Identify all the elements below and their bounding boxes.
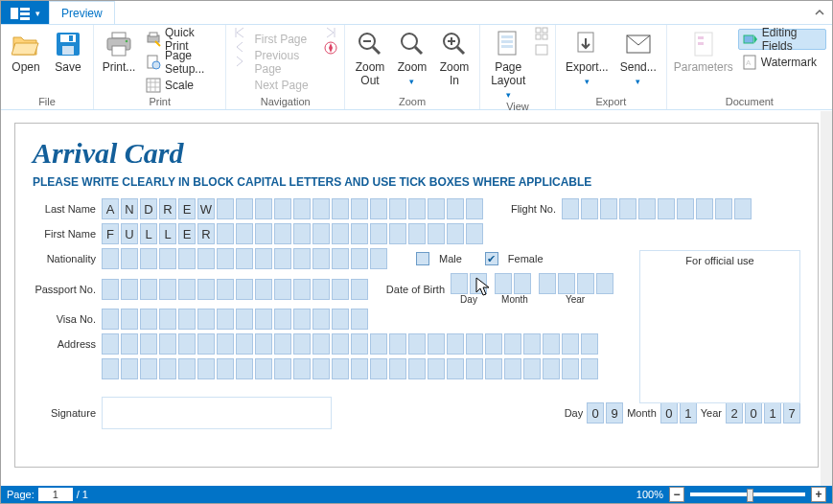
char-cell[interactable] — [159, 333, 176, 355]
char-cell[interactable] — [159, 279, 176, 300]
char-cell[interactable] — [351, 279, 368, 300]
char-cell[interactable] — [389, 358, 406, 379]
char-cell[interactable] — [140, 248, 157, 269]
char-cell[interactable] — [255, 309, 272, 330]
char-cell[interactable] — [351, 358, 368, 379]
char-cell[interactable]: L — [140, 223, 157, 244]
char-cell[interactable] — [178, 358, 196, 379]
char-cell[interactable] — [619, 198, 636, 219]
char-cell[interactable] — [332, 248, 349, 269]
char-cell[interactable] — [312, 198, 330, 219]
scale-button[interactable]: Scale — [142, 75, 220, 96]
field-dob-year[interactable] — [539, 273, 613, 294]
char-cell[interactable] — [504, 333, 521, 355]
char-cell[interactable] — [293, 333, 311, 355]
char-cell[interactable] — [121, 358, 138, 379]
char-cell[interactable] — [562, 198, 579, 219]
char-cell[interactable]: 7 — [783, 402, 800, 424]
zoom-slider[interactable] — [690, 493, 805, 496]
char-cell[interactable] — [255, 358, 272, 379]
char-cell[interactable] — [562, 333, 579, 355]
char-cell[interactable] — [447, 223, 464, 244]
char-cell[interactable]: L — [159, 223, 176, 244]
char-cell[interactable] — [255, 248, 272, 269]
char-cell[interactable] — [312, 223, 330, 244]
save-button[interactable]: Save — [49, 27, 87, 75]
char-cell[interactable] — [351, 309, 368, 330]
char-cell[interactable] — [577, 273, 594, 294]
char-cell[interactable] — [293, 358, 311, 379]
char-cell[interactable] — [523, 333, 541, 355]
char-cell[interactable] — [255, 333, 272, 355]
field-signature[interactable] — [102, 397, 332, 429]
field-nationality[interactable] — [102, 248, 387, 269]
zoom-button[interactable]: Zoom▾ — [393, 27, 431, 88]
char-cell[interactable] — [485, 333, 502, 355]
char-cell[interactable] — [408, 358, 426, 379]
char-cell[interactable] — [332, 309, 349, 330]
char-cell[interactable] — [312, 279, 330, 300]
char-cell[interactable] — [428, 223, 445, 244]
char-cell[interactable] — [236, 198, 253, 219]
char-cell[interactable] — [178, 333, 196, 355]
char-cell[interactable] — [677, 198, 694, 219]
char-cell[interactable] — [178, 309, 196, 330]
char-cell[interactable] — [504, 358, 521, 379]
char-cell[interactable] — [236, 309, 253, 330]
char-cell[interactable] — [447, 358, 464, 379]
char-cell[interactable] — [389, 333, 406, 355]
char-cell[interactable] — [466, 223, 483, 244]
field-address-2[interactable] — [102, 358, 598, 379]
char-cell[interactable] — [121, 309, 138, 330]
char-cell[interactable] — [217, 248, 234, 269]
char-cell[interactable] — [332, 198, 349, 219]
char-cell[interactable] — [274, 279, 291, 300]
char-cell[interactable]: W — [197, 198, 215, 219]
field-dob-month[interactable] — [495, 273, 531, 294]
char-cell[interactable]: E — [178, 198, 196, 219]
char-cell[interactable]: R — [197, 223, 215, 244]
field-date-month[interactable]: 01 — [660, 402, 697, 424]
char-cell[interactable] — [293, 248, 311, 269]
quick-print-button[interactable]: Quick Print — [142, 29, 220, 50]
editing-fields-button[interactable]: Editing Fields — [738, 29, 826, 50]
field-first-name[interactable]: FULLER — [102, 223, 483, 244]
watermark-button[interactable]: A Watermark — [738, 52, 826, 73]
char-cell[interactable] — [102, 309, 119, 330]
char-cell[interactable] — [121, 279, 138, 300]
char-cell[interactable] — [159, 248, 176, 269]
export-button[interactable]: Export...▾ — [562, 27, 613, 88]
char-cell[interactable] — [274, 248, 291, 269]
char-cell[interactable] — [140, 279, 157, 300]
char-cell[interactable] — [351, 248, 368, 269]
char-cell[interactable] — [274, 198, 291, 219]
char-cell[interactable] — [562, 358, 579, 379]
char-cell[interactable] — [351, 223, 368, 244]
char-cell[interactable] — [255, 279, 272, 300]
char-cell[interactable] — [428, 198, 445, 219]
char-cell[interactable] — [274, 309, 291, 330]
checkbox-male[interactable] — [416, 252, 429, 265]
char-cell[interactable] — [197, 248, 215, 269]
char-cell[interactable] — [255, 198, 272, 219]
char-cell[interactable] — [274, 358, 291, 379]
char-cell[interactable] — [332, 223, 349, 244]
char-cell[interactable] — [332, 358, 349, 379]
zoom-slider-thumb[interactable] — [747, 489, 753, 502]
char-cell[interactable] — [159, 309, 176, 330]
char-cell[interactable] — [581, 358, 598, 379]
char-cell[interactable]: 1 — [764, 402, 781, 424]
field-address-1[interactable] — [102, 333, 598, 355]
char-cell[interactable] — [495, 273, 512, 294]
char-cell[interactable] — [178, 248, 196, 269]
char-cell[interactable] — [121, 248, 138, 269]
char-cell[interactable] — [715, 198, 732, 219]
char-cell[interactable] — [217, 358, 234, 379]
char-cell[interactable]: D — [140, 198, 157, 219]
send-button[interactable]: Send...▾ — [616, 27, 660, 88]
char-cell[interactable]: F — [102, 223, 119, 244]
char-cell[interactable] — [581, 198, 598, 219]
field-last-name[interactable]: ANDREW — [102, 198, 483, 219]
first-page-button[interactable]: First Page — [251, 29, 320, 50]
char-cell[interactable]: 0 — [745, 402, 762, 424]
